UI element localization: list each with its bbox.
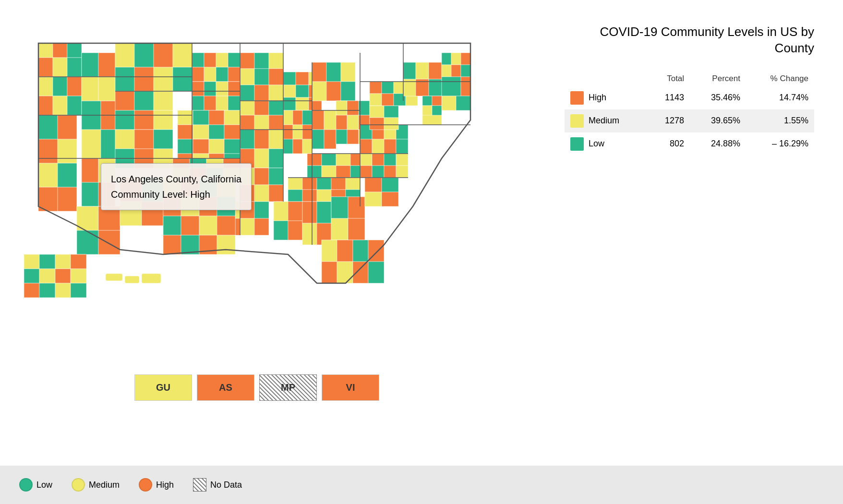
svg-rect-269 xyxy=(384,166,396,178)
svg-rect-4 xyxy=(38,58,53,77)
svg-rect-264 xyxy=(372,154,384,166)
svg-rect-236 xyxy=(274,221,288,240)
svg-rect-196 xyxy=(326,82,341,101)
svg-rect-258 xyxy=(365,178,382,192)
svg-rect-201 xyxy=(312,130,324,149)
svg-rect-79 xyxy=(228,67,240,82)
svg-rect-141 xyxy=(254,202,269,218)
stats-panel: COVID-19 Community Levels in US by Count… xyxy=(565,24,814,156)
svg-rect-86 xyxy=(204,96,216,110)
svg-rect-317 xyxy=(432,106,442,115)
svg-rect-157 xyxy=(217,216,235,235)
svg-rect-22 xyxy=(58,187,77,211)
svg-rect-189 xyxy=(293,139,302,154)
svg-rect-19 xyxy=(38,163,58,187)
svg-rect-5 xyxy=(53,58,67,77)
svg-rect-52 xyxy=(154,130,173,149)
svg-rect-254 xyxy=(337,262,353,283)
svg-rect-31 xyxy=(82,77,98,101)
svg-rect-311 xyxy=(456,96,470,110)
territory-as[interactable]: AS xyxy=(197,374,254,401)
territory-gu[interactable]: GU xyxy=(134,374,192,401)
svg-rect-143 xyxy=(240,218,254,235)
territory-vi[interactable]: VI xyxy=(322,374,379,401)
level-swatch-low xyxy=(570,137,584,151)
svg-rect-81 xyxy=(192,82,204,96)
svg-rect-266 xyxy=(396,154,408,166)
svg-rect-11 xyxy=(38,96,53,115)
svg-rect-228 xyxy=(288,190,302,202)
svg-rect-109 xyxy=(254,53,269,69)
svg-rect-122 xyxy=(254,115,269,130)
svg-rect-179 xyxy=(296,97,309,110)
svg-rect-283 xyxy=(370,118,384,130)
svg-rect-101 xyxy=(209,139,224,154)
svg-rect-137 xyxy=(269,185,283,202)
svg-rect-144 xyxy=(254,218,269,235)
svg-rect-129 xyxy=(254,149,269,168)
svg-rect-12 xyxy=(53,96,67,115)
svg-rect-114 xyxy=(240,85,254,101)
svg-rect-92 xyxy=(209,110,224,125)
svg-rect-256 xyxy=(368,262,384,283)
svg-rect-118 xyxy=(240,101,254,115)
svg-rect-46 xyxy=(115,110,134,130)
svg-rect-302 xyxy=(442,53,451,65)
svg-rect-239 xyxy=(302,202,317,223)
svg-rect-286 xyxy=(370,82,382,94)
level-cell-low: Low xyxy=(565,132,648,156)
svg-rect-84 xyxy=(228,82,240,96)
svg-rect-246 xyxy=(331,218,348,240)
svg-rect-116 xyxy=(269,85,283,101)
svg-rect-234 xyxy=(274,202,288,221)
svg-rect-35 xyxy=(134,43,154,67)
legend-label-medium: Medium xyxy=(89,480,120,490)
svg-rect-327 xyxy=(24,283,39,298)
svg-rect-324 xyxy=(39,269,55,283)
svg-rect-214 xyxy=(307,154,322,166)
svg-rect-85 xyxy=(192,96,204,110)
svg-rect-329 xyxy=(55,283,71,298)
svg-rect-295 xyxy=(403,62,416,79)
svg-rect-119 xyxy=(254,101,269,115)
svg-rect-326 xyxy=(71,269,86,283)
svg-rect-319 xyxy=(24,254,39,269)
svg-rect-245 xyxy=(348,197,365,218)
svg-rect-208 xyxy=(347,115,359,130)
svg-rect-48 xyxy=(154,110,173,130)
svg-rect-306 xyxy=(451,65,461,77)
svg-rect-95 xyxy=(193,125,209,139)
svg-rect-330 xyxy=(71,283,86,298)
svg-rect-172 xyxy=(283,72,296,85)
chart-title: COVID-19 Community Levels in US by Count… xyxy=(565,24,814,57)
svg-rect-265 xyxy=(384,154,396,166)
percent-cell-high: 35.46% xyxy=(690,86,746,109)
legend-swatch-nodata xyxy=(193,478,206,492)
level-name-low: Low xyxy=(589,139,604,149)
total-cell-low: 802 xyxy=(648,132,690,156)
svg-rect-220 xyxy=(336,166,350,178)
svg-rect-290 xyxy=(370,94,382,106)
svg-rect-249 xyxy=(322,240,337,262)
svg-rect-229 xyxy=(302,190,317,202)
svg-rect-315 xyxy=(432,96,442,106)
svg-rect-291 xyxy=(382,94,394,106)
svg-rect-1 xyxy=(38,43,53,58)
svg-rect-50 xyxy=(115,130,134,149)
svg-rect-194 xyxy=(341,62,355,82)
svg-rect-30 xyxy=(98,53,115,77)
svg-rect-91 xyxy=(193,110,209,125)
svg-rect-185 xyxy=(283,125,293,139)
col-change-header: % Change xyxy=(746,71,814,86)
territory-mp[interactable]: MP xyxy=(259,374,317,401)
svg-rect-158 xyxy=(163,235,181,254)
stats-table: Total Percent % Change High114335.46%14.… xyxy=(565,71,814,156)
svg-rect-37 xyxy=(173,43,192,67)
svg-rect-161 xyxy=(217,235,235,254)
svg-rect-332 xyxy=(125,276,139,283)
svg-rect-308 xyxy=(442,77,461,96)
svg-rect-282 xyxy=(384,106,398,118)
svg-rect-267 xyxy=(360,166,372,178)
svg-rect-43 xyxy=(115,91,134,110)
svg-rect-26 xyxy=(82,130,101,158)
